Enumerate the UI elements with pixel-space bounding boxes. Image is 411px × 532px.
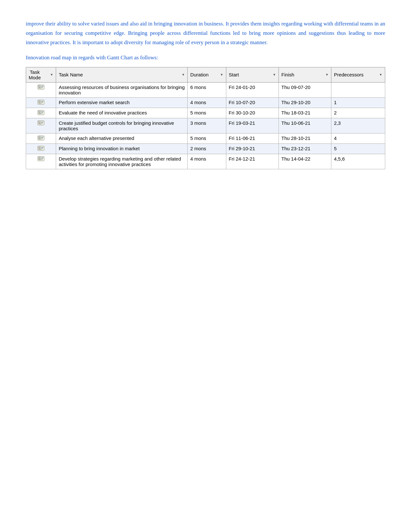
cell-predecessors: 4 bbox=[331, 133, 385, 143]
cell-duration: 6 mons bbox=[188, 82, 226, 97]
cell-duration: 2 mons bbox=[188, 143, 226, 154]
table-row: Perform extensive market search4 monsFri… bbox=[26, 97, 385, 108]
col-header-predecessors[interactable]: Predecessors ▼ bbox=[331, 67, 385, 82]
cell-start: Fri 24-12-21 bbox=[226, 154, 279, 169]
table-row: Analyse each alternative presented5 mons… bbox=[26, 133, 385, 143]
task-name-text: Evaluate the need of innovative practice… bbox=[59, 110, 147, 115]
col-header-task-mode-label: TaskMode bbox=[29, 69, 41, 80]
col-header-finish-label: Finish bbox=[281, 72, 294, 77]
cell-start: Fri 10-07-20 bbox=[226, 97, 279, 108]
cell-task-mode bbox=[26, 97, 56, 108]
task-mode-icon bbox=[37, 135, 44, 142]
col-header-task-name-label: Task Name bbox=[59, 72, 83, 77]
cell-predecessors: 4,5,6 bbox=[331, 154, 385, 169]
svg-rect-61 bbox=[38, 157, 41, 159]
table-row: Planning to bring innovation in market2 … bbox=[26, 143, 385, 154]
task-name-text: Planning to bring innovation in market bbox=[59, 146, 140, 151]
task-name-text: Analyse each alternative presented bbox=[59, 135, 134, 141]
table-row: Evaluate the need of innovative practice… bbox=[26, 108, 385, 118]
cell-task-name: Evaluate the need of innovative practice… bbox=[56, 108, 188, 118]
cell-duration: 5 mons bbox=[188, 108, 226, 118]
cell-task-mode bbox=[26, 82, 56, 97]
cell-start: Fri 29-10-21 bbox=[226, 143, 279, 154]
cell-finish: Thu 23-12-21 bbox=[279, 143, 331, 154]
svg-rect-41 bbox=[38, 136, 41, 138]
cell-predecessors: 2 bbox=[331, 108, 385, 118]
cell-task-mode bbox=[26, 118, 56, 133]
task-mode-icon bbox=[37, 100, 44, 106]
col-header-finish[interactable]: Finish ▼ bbox=[279, 67, 331, 82]
task-name-text: Create justified budget controls for bri… bbox=[59, 120, 174, 131]
task-mode-dropdown-icon[interactable]: ▼ bbox=[50, 73, 53, 76]
cell-task-name: Develop strategies regarding marketing a… bbox=[56, 154, 188, 169]
col-header-task-mode[interactable]: TaskMode ▼ bbox=[26, 67, 56, 82]
table-row: Create justified budget controls for bri… bbox=[26, 118, 385, 133]
task-mode-icon bbox=[37, 156, 44, 162]
cell-predecessors bbox=[331, 82, 385, 97]
cell-predecessors: 5 bbox=[331, 143, 385, 154]
cell-finish: Thu 18-03-21 bbox=[279, 108, 331, 118]
cell-predecessors: 2,3 bbox=[331, 118, 385, 133]
cell-task-mode bbox=[26, 133, 56, 143]
cell-task-mode bbox=[26, 143, 56, 154]
cell-finish: Thu 09-07-20 bbox=[279, 82, 331, 97]
cell-task-name: Create justified budget controls for bri… bbox=[56, 118, 188, 133]
duration-dropdown-icon[interactable]: ▼ bbox=[220, 73, 223, 76]
table-row: Assessing resources of business organisa… bbox=[26, 82, 385, 97]
task-mode-icon bbox=[37, 110, 44, 116]
cell-duration: 5 mons bbox=[188, 133, 226, 143]
start-dropdown-icon[interactable]: ▼ bbox=[273, 73, 276, 76]
svg-rect-11 bbox=[38, 101, 41, 102]
svg-rect-51 bbox=[38, 147, 41, 148]
col-header-start[interactable]: Start ▼ bbox=[226, 67, 279, 82]
task-name-dropdown-icon[interactable]: ▼ bbox=[181, 73, 185, 76]
cell-task-name: Planning to bring innovation in market bbox=[56, 143, 188, 154]
svg-rect-1 bbox=[38, 85, 41, 87]
intro-paragraph: improve their ability to solve varied is… bbox=[26, 19, 385, 47]
section-heading: Innovation road map in regards with Gant… bbox=[26, 53, 385, 63]
col-header-duration-label: Duration bbox=[190, 72, 209, 77]
cell-task-name: Analyse each alternative presented bbox=[56, 133, 188, 143]
svg-rect-21 bbox=[38, 111, 41, 113]
cell-finish: Thu 10-06-21 bbox=[279, 118, 331, 133]
svg-rect-31 bbox=[38, 121, 41, 123]
table-header-row: TaskMode ▼ Task Name ▼ Duration ▼ Start bbox=[26, 67, 385, 82]
cell-duration: 3 mons bbox=[188, 118, 226, 133]
cell-predecessors: 1 bbox=[331, 97, 385, 108]
cell-task-mode bbox=[26, 154, 56, 169]
cell-start: Fri 24-01-20 bbox=[226, 82, 279, 97]
table-body: Assessing resources of business organisa… bbox=[26, 82, 385, 169]
finish-dropdown-icon[interactable]: ▼ bbox=[325, 73, 328, 76]
cell-start: Fri 30-10-20 bbox=[226, 108, 279, 118]
cell-finish: Thu 29-10-20 bbox=[279, 97, 331, 108]
task-name-text: Develop strategies regarding marketing a… bbox=[59, 156, 181, 167]
task-mode-icon bbox=[37, 84, 44, 91]
cell-task-mode bbox=[26, 108, 56, 118]
cell-start: Fri 19-03-21 bbox=[226, 118, 279, 133]
cell-duration: 4 mons bbox=[188, 154, 226, 169]
cell-task-name: Perform extensive market search bbox=[56, 97, 188, 108]
col-header-predecessors-label: Predecessors bbox=[334, 72, 364, 77]
predecessors-dropdown-icon[interactable]: ▼ bbox=[379, 73, 382, 76]
table-row: Develop strategies regarding marketing a… bbox=[26, 154, 385, 169]
col-header-start-label: Start bbox=[229, 72, 239, 77]
task-name-text: Assessing resources of business organisa… bbox=[59, 84, 185, 95]
gantt-table: TaskMode ▼ Task Name ▼ Duration ▼ Start bbox=[26, 67, 385, 169]
task-mode-icon bbox=[37, 146, 44, 152]
cell-finish: Thu 28-10-21 bbox=[279, 133, 331, 143]
cell-start: Fri 11-06-21 bbox=[226, 133, 279, 143]
cell-duration: 4 mons bbox=[188, 97, 226, 108]
col-header-duration[interactable]: Duration ▼ bbox=[188, 67, 226, 82]
col-header-task-name[interactable]: Task Name ▼ bbox=[56, 67, 188, 82]
cell-task-name: Assessing resources of business organisa… bbox=[56, 82, 188, 97]
task-mode-icon bbox=[37, 120, 44, 126]
task-name-text: Perform extensive market search bbox=[59, 100, 130, 105]
cell-finish: Thu 14-04-22 bbox=[279, 154, 331, 169]
